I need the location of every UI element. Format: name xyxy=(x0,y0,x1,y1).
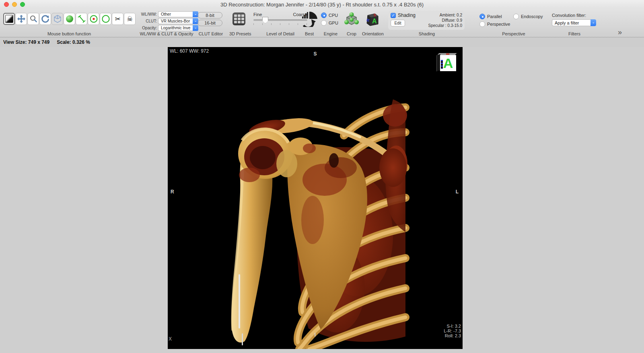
rotate-icon xyxy=(41,14,50,23)
crop-cube-button[interactable] xyxy=(344,12,359,27)
convolution-filter-arrow[interactable]: ⌄ xyxy=(591,19,596,26)
shading-edit-button[interactable]: Edit xyxy=(391,20,405,27)
section-perspective: Parallel Perspective Endoscopy Perspecti… xyxy=(478,9,549,37)
shading-checkbox[interactable]: ✓ xyxy=(391,13,396,18)
best-rendering-button[interactable] xyxy=(301,12,317,27)
move-icon xyxy=(17,14,26,23)
toolbar: ✂ ☠ Mouse button function WL/WW: Other ⌄… xyxy=(0,9,644,37)
svg-text:S: S xyxy=(373,13,376,17)
section-wlww-clut-opacity: WL/WW: Other ⌄ CLUT: VR Muscles-Bor ⌄ Op… xyxy=(138,9,195,37)
main-area: WL: 607 WW: 972 S R L I X S-I: 3.2 L-R: … xyxy=(0,47,644,353)
shading-panel: ✓ Shading Edit Ambient: 0.2 Diffuse: 0.9… xyxy=(388,11,465,30)
shading-checkbox-label: Shading xyxy=(398,12,416,18)
shading-ambient: Ambient: 0.2 xyxy=(428,12,463,18)
section-label-wlww: WL/WW & CLUT & Opacity xyxy=(138,31,195,36)
section-label-engine: Engine xyxy=(319,31,342,36)
rotation-readout: S-I: 3.2 L-R: -7.3 Roll: 2.3 xyxy=(444,324,461,338)
engine-cpu-radio[interactable]: CPU xyxy=(321,12,338,18)
section-label-lod: Level of Detail xyxy=(253,31,307,36)
length-icon xyxy=(77,14,86,23)
endoscopy-radio[interactable]: Endoscopy xyxy=(513,14,543,19)
engine-gpu-radio[interactable]: GPU xyxy=(321,20,338,26)
window-title: 3D Reconstruction: Morgan Jennifer - 2/1… xyxy=(220,2,424,8)
section-crop: Crop xyxy=(343,9,360,37)
pan-tool-button[interactable] xyxy=(15,13,27,25)
perspective-radio[interactable]: Perspective xyxy=(479,21,510,27)
sphere-tool-button[interactable] xyxy=(64,13,75,25)
toolbar-overflow-button[interactable]: » xyxy=(618,28,621,37)
wlww-tool-button[interactable] xyxy=(3,13,15,25)
lod-slider-ticks xyxy=(253,23,307,25)
status-strip: View Size: 749 x 749 Scale: 0.326 % xyxy=(0,37,644,47)
render-viewport[interactable]: WL: 607 WW: 972 S R L I X S-I: 3.2 L-R: … xyxy=(168,47,463,349)
opacity-dropdown-label: Opacity: xyxy=(138,26,157,30)
orientation-label-superior: S xyxy=(168,51,463,57)
rotation-roll: Roll: 2.3 xyxy=(444,333,461,338)
orientation-label-inferior: I xyxy=(168,332,463,338)
gpu-radio-circle[interactable] xyxy=(321,20,327,26)
perspective-radio-circle[interactable] xyxy=(479,21,485,27)
ellipse-roi-tool-button[interactable] xyxy=(100,13,111,25)
section-filters: Convolution filter: Apply a filter ⌄ Fil… xyxy=(552,9,597,37)
section-label-shading: Shading xyxy=(388,31,465,36)
section-label-perspective: Perspective xyxy=(478,31,549,36)
clut-dropdown-label: CLUT: xyxy=(138,19,157,23)
parallel-radio-label: Parallel xyxy=(487,14,502,19)
clut-dropdown[interactable]: VR Muscles-Bor xyxy=(158,18,193,24)
rotate-3d-tool-button[interactable] xyxy=(51,13,63,25)
minimize-button[interactable] xyxy=(12,2,17,7)
perspective-radio-label: Perspective xyxy=(487,22,510,27)
cube-3d-icon xyxy=(53,14,62,23)
lod-fine-label: Fine xyxy=(253,12,262,17)
section-engine: CPU GPU Engine xyxy=(319,9,342,37)
axis-label-x: X xyxy=(169,336,172,342)
convolution-filter-dropdown[interactable]: Apply a filter xyxy=(552,19,591,26)
bone-removal-tool-button[interactable]: ☠ xyxy=(124,13,136,25)
zoom-tool-button[interactable] xyxy=(27,13,39,25)
presets-grid-button[interactable] xyxy=(232,12,245,25)
orientation-cube-button[interactable]: S R A xyxy=(364,11,381,27)
section-shading: ✓ Shading Edit Ambient: 0.2 Diffuse: 0.9… xyxy=(388,9,465,37)
length-measure-tool-button[interactable] xyxy=(76,13,87,25)
8bit-button[interactable]: 8-bit xyxy=(198,12,222,18)
orientation-cube-blue-mark xyxy=(441,60,443,69)
convolution-filter-label: Convolution filter: xyxy=(552,13,586,18)
scissors-icon: ✂ xyxy=(115,15,120,23)
cpu-radio-circle[interactable] xyxy=(321,12,327,18)
point-roi-tool-button[interactable] xyxy=(88,13,99,25)
section-clut-editor: 8-bit 16-bit CLUT Editor xyxy=(198,9,224,37)
orientation-label-left: L xyxy=(456,189,459,195)
endoscopy-radio-label: Endoscopy xyxy=(521,14,543,19)
ellipse-icon xyxy=(101,14,110,23)
point-circle-icon xyxy=(89,14,98,23)
section-label-clut-editor: CLUT Editor xyxy=(198,31,224,36)
opacity-dropdown[interactable]: Logarithmic Inve xyxy=(158,25,193,31)
close-button[interactable] xyxy=(4,2,9,7)
section-mouse-button-function: ✂ ☠ Mouse button function xyxy=(3,9,135,37)
clut-dropdown-value: VR Muscles-Bor xyxy=(161,19,190,23)
wlww-dropdown[interactable]: Other xyxy=(158,11,193,17)
endoscopy-radio-circle[interactable] xyxy=(513,14,519,19)
lod-slider-thumb[interactable] xyxy=(262,17,268,23)
convolution-filter-value: Apply a filter xyxy=(555,21,579,25)
rotate-tool-button[interactable] xyxy=(39,13,51,25)
scale-text: Scale: 0.326 % xyxy=(57,39,90,45)
zoom-window-button[interactable] xyxy=(20,2,25,7)
shading-checkbox-row[interactable]: ✓ Shading xyxy=(391,12,416,18)
orientation-cube-widget[interactable]: A xyxy=(436,53,457,72)
lod-slider[interactable] xyxy=(253,19,307,21)
window-titlebar: 3D Reconstruction: Morgan Jennifer - 2/1… xyxy=(0,0,644,9)
volume-rendering-3d[interactable] xyxy=(168,47,463,349)
section-label-mouse: Mouse button function xyxy=(3,31,135,36)
view-size-text: View Size: 749 x 749 xyxy=(3,39,49,45)
traffic-lights xyxy=(4,2,25,7)
gpu-radio-label: GPU xyxy=(329,21,338,25)
section-level-of-detail: Fine Coarse Level of Detail xyxy=(253,9,307,37)
scissors-tool-button[interactable]: ✂ xyxy=(112,13,123,25)
sphere-icon xyxy=(66,15,73,23)
parallel-radio-circle[interactable] xyxy=(479,14,485,19)
section-label-filters: Filters xyxy=(552,31,597,36)
skull-icon: ☠ xyxy=(127,15,133,23)
16bit-button[interactable]: 16-bit xyxy=(198,20,222,26)
parallel-radio[interactable]: Parallel xyxy=(479,14,510,19)
